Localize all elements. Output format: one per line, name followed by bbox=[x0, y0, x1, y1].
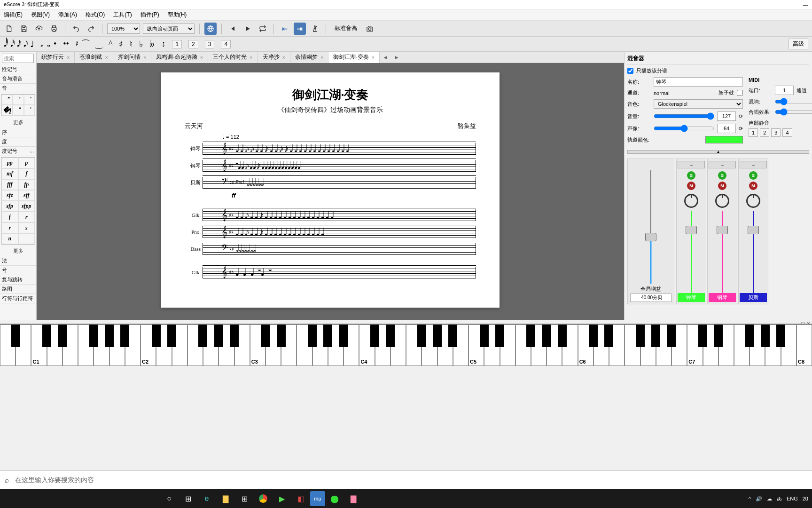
white-key[interactable] bbox=[718, 325, 734, 366]
menu-view[interactable]: 视图(V) bbox=[31, 11, 50, 19]
white-key[interactable] bbox=[94, 325, 109, 366]
white-key[interactable] bbox=[62, 325, 78, 366]
tray-volume-icon[interactable]: 🔊 bbox=[756, 496, 762, 502]
white-key[interactable]: C6 bbox=[578, 325, 593, 366]
windows-search-icon[interactable]: ⌕ bbox=[5, 476, 9, 484]
mute-button[interactable]: M bbox=[687, 182, 695, 190]
white-key[interactable] bbox=[16, 325, 31, 366]
volume-slider[interactable] bbox=[654, 112, 714, 120]
voice-4-button[interactable]: 4 bbox=[221, 40, 231, 48]
close-tab-icon[interactable]: × bbox=[143, 55, 146, 60]
menu-format[interactable]: 格式(O) bbox=[86, 11, 105, 19]
close-tab-icon[interactable]: × bbox=[105, 55, 108, 60]
staff[interactable]: 𝄞♯♯𝄻 ♩♩♪♩♩♪♩♩♩♩♩♩♩♩♩♩♩♩ bbox=[203, 158, 476, 173]
document-tab[interactable]: 苍浪剑赋× bbox=[75, 52, 113, 63]
mute-part-2[interactable]: 2 bbox=[760, 128, 769, 137]
white-key[interactable] bbox=[437, 325, 453, 366]
pan-knob[interactable] bbox=[746, 194, 760, 208]
media-icon[interactable]: ▶ bbox=[273, 489, 291, 508]
white-key[interactable] bbox=[500, 325, 515, 366]
white-key[interactable] bbox=[750, 325, 765, 366]
note-dot-icon[interactable]: • bbox=[54, 39, 56, 49]
white-key[interactable] bbox=[406, 325, 422, 366]
upload-icon[interactable] bbox=[33, 23, 45, 35]
globe-icon[interactable] bbox=[204, 23, 217, 35]
close-tab-icon[interactable]: × bbox=[67, 55, 70, 60]
white-key[interactable]: C5 bbox=[468, 325, 484, 366]
close-tab-icon[interactable]: × bbox=[200, 55, 203, 60]
staff[interactable]: 𝄢♯♯Ped.𝅗𝅥 𝅗𝅥 𝅗𝅥 𝅗𝅥 𝅗𝅥 𝅗𝅥 bbox=[203, 175, 476, 190]
palette-section[interactable]: 性记号 bbox=[0, 65, 36, 74]
expand-track-icon[interactable]: → bbox=[678, 161, 705, 168]
palette-section[interactable]: 行符与行距符 bbox=[0, 294, 36, 303]
tray-network-icon[interactable]: 🖧 bbox=[777, 496, 782, 501]
staff[interactable]: 𝄞♯♯♩♩♪♩♩♪♩♩♩♩♩♩♩♩♩♩♩♩♩ bbox=[203, 224, 476, 239]
gain-input[interactable] bbox=[630, 294, 671, 302]
flat-icon[interactable]: ♭ bbox=[139, 39, 143, 49]
white-key[interactable] bbox=[297, 325, 312, 366]
minimize-button[interactable]: — bbox=[803, 2, 808, 8]
store-icon[interactable]: ⊞ bbox=[235, 489, 254, 508]
menu-tools[interactable]: 工具(T) bbox=[113, 11, 132, 19]
close-tab-icon[interactable]: × bbox=[320, 55, 323, 60]
palette-search-input[interactable] bbox=[2, 54, 34, 63]
reverb-slider[interactable] bbox=[775, 98, 812, 105]
white-key[interactable] bbox=[781, 325, 796, 366]
system-tray[interactable]: ^ 🔊 ☁ 🖧 ENG 20 bbox=[749, 496, 812, 502]
mute-button[interactable]: M bbox=[749, 182, 757, 190]
document-tab[interactable]: 凤鸣调·命起涟漪× bbox=[151, 52, 208, 63]
staff[interactable]: 𝄢♯♯𝅗𝅥 𝅗𝅥 𝅗𝅥 𝅗𝅥 𝅗𝅥 𝅗𝅥 𝅗𝅥 bbox=[203, 241, 476, 256]
tray-lang[interactable]: ENG bbox=[787, 496, 798, 501]
menu-plugins[interactable]: 插件(P) bbox=[141, 11, 159, 19]
white-key[interactable] bbox=[734, 325, 750, 366]
more-button[interactable]: 更多 bbox=[0, 246, 36, 256]
pan-knob[interactable] bbox=[684, 194, 698, 208]
undo-icon[interactable] bbox=[70, 23, 82, 35]
tab-nav-left-icon[interactable]: ◄ bbox=[380, 54, 391, 61]
white-key[interactable] bbox=[172, 325, 187, 366]
white-key[interactable]: C7 bbox=[687, 325, 703, 366]
wechat-icon[interactable]: ⬤ bbox=[325, 489, 344, 508]
menu-edit[interactable]: 编辑(E) bbox=[4, 11, 23, 19]
app-icon[interactable]: ◧ bbox=[291, 489, 310, 508]
white-key[interactable] bbox=[375, 325, 390, 366]
tray-chevron-icon[interactable]: ^ bbox=[749, 496, 751, 501]
flip-icon[interactable]: ↕ bbox=[161, 39, 165, 49]
close-tab-icon[interactable]: × bbox=[282, 55, 285, 60]
solo-button[interactable]: S bbox=[687, 171, 695, 180]
piano-keyboard[interactable]: C1C2C3C4C5C6C7C8 bbox=[0, 324, 812, 366]
white-key[interactable]: C1 bbox=[31, 325, 47, 366]
palette-section[interactable]: 度 bbox=[0, 137, 36, 147]
save-icon[interactable] bbox=[18, 23, 30, 35]
windows-search-placeholder[interactable]: 在这里输入你要搜索的内容 bbox=[15, 476, 94, 484]
white-key[interactable] bbox=[656, 325, 671, 366]
app2-icon[interactable]: ▇ bbox=[344, 489, 363, 508]
chorus-slider[interactable] bbox=[775, 108, 812, 116]
white-key[interactable] bbox=[203, 325, 219, 366]
print-icon[interactable] bbox=[48, 23, 60, 35]
loop-out-icon[interactable]: ⇥ bbox=[294, 23, 306, 35]
track-color-swatch[interactable] bbox=[705, 136, 743, 143]
sharp-icon[interactable]: ♯ bbox=[119, 39, 123, 49]
port-input[interactable] bbox=[775, 86, 794, 95]
mute-button[interactable]: M bbox=[718, 182, 726, 190]
natural-icon[interactable]: ♮ bbox=[130, 39, 133, 49]
expand-track-icon[interactable]: → bbox=[740, 161, 767, 168]
tray-cloud-icon[interactable]: ☁ bbox=[767, 496, 772, 502]
white-key[interactable] bbox=[328, 325, 344, 366]
white-key[interactable] bbox=[671, 325, 687, 366]
palette-section[interactable]: 序 bbox=[0, 128, 36, 137]
white-key[interactable] bbox=[515, 325, 531, 366]
staff[interactable]: 𝄞♯♯♩ ♩ ♩ 𝄻 ♩ 𝄻 bbox=[203, 265, 476, 280]
loop-in-icon[interactable]: ⇤ bbox=[279, 23, 291, 35]
white-key[interactable] bbox=[0, 325, 16, 366]
play-icon[interactable] bbox=[242, 23, 254, 35]
menu-help[interactable]: 帮助(H) bbox=[168, 11, 187, 19]
white-key[interactable] bbox=[765, 325, 781, 366]
palette-section[interactable]: 号 bbox=[0, 266, 36, 275]
white-key[interactable]: C4 bbox=[359, 325, 375, 366]
track-fader[interactable] bbox=[709, 211, 736, 293]
voice-2-button[interactable]: 2 bbox=[188, 40, 198, 48]
mixer-collapse-bar[interactable]: ▲ bbox=[627, 150, 809, 154]
white-key[interactable] bbox=[562, 325, 578, 366]
